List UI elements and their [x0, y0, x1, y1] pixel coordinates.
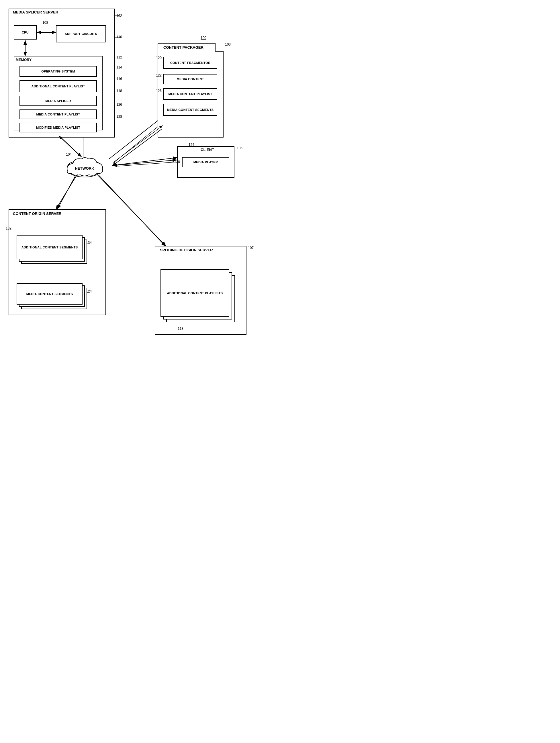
ref-120-cp: 120: [156, 56, 162, 60]
media-content-segments-cos-stack: MEDIA CONTENT SEGMENTS: [16, 283, 83, 309]
mmp-label: MODIFIED MEDIA PLAYLIST: [36, 126, 80, 129]
ref-130: 130: [174, 160, 180, 164]
mcs-cos-label: MEDIA CONTENT SEGMENTS: [26, 292, 73, 296]
client-label: CLIENT: [201, 147, 214, 152]
operating-system-box: OPERATING SYSTEM: [19, 66, 97, 77]
additional-content-segments-stack: ADDITIONAL CONTENT SEGMENTS: [16, 235, 83, 264]
media-content-segments-cp-box: MEDIA CONTENT SEGMENTS: [163, 104, 217, 116]
acs-label: ADDITIONAL CONTENT SEGMENTS: [21, 246, 78, 249]
mp-label: MEDIA PLAYER: [193, 161, 218, 164]
ref-112: 112: [116, 55, 122, 59]
acp-sds-label: ADDITIONAL CONTENT PLAYLISTS: [167, 292, 223, 295]
network-cloud: NETWORK: [63, 155, 106, 178]
cf-label: CONTENT FRAGMENTOR: [170, 61, 210, 64]
cos-label: CONTENT ORIGIN SERVER: [13, 212, 70, 216]
mcp-cp-label: MEDIA CONTENT PLAYLIST: [168, 92, 212, 96]
ref-103: 103: [225, 42, 231, 46]
modified-media-playlist-box: MODIFIED MEDIA PLAYLIST: [19, 123, 97, 132]
ref-126-cp: 126: [156, 89, 162, 93]
cpu-label: CPU: [22, 31, 29, 34]
ref-100: 100: [201, 36, 206, 40]
svg-text:NETWORK: NETWORK: [75, 166, 94, 171]
content-packager-fold: [215, 43, 223, 52]
ref-114: 114: [116, 65, 122, 69]
svg-line-38: [99, 175, 166, 247]
svg-line-8: [118, 158, 178, 165]
media-splicer-server-label: MEDIA SPLICER SERVER: [13, 10, 58, 14]
ref-104: 104: [66, 152, 72, 157]
mcp-mem-label: MEDIA CONTENT PLAYLIST: [36, 113, 80, 116]
acp-label: ADDITIONAL CONTENT PLAYLIST: [31, 85, 85, 88]
svg-line-11: [97, 175, 166, 247]
ref-126-mem: 126: [116, 102, 122, 106]
ref-116: 116: [116, 77, 122, 81]
content-packager-label: CONTENT PACKAGER: [163, 45, 204, 50]
svg-line-37: [56, 174, 77, 209]
os-label: OPERATING SYSTEM: [41, 70, 75, 73]
ms-label: MEDIA SPLICER: [45, 99, 71, 102]
media-player-box: MEDIA PLAYER: [182, 157, 229, 167]
additional-content-playlists-stack: ADDITIONAL CONTENT PLAYLISTS: [161, 269, 229, 324]
svg-line-10: [57, 175, 76, 209]
cpu-box: CPU: [14, 25, 37, 40]
content-fragmentor-box: CONTENT FRAGMENTOR: [163, 57, 217, 69]
ref-108: 108: [42, 20, 48, 25]
ref-102: 102: [116, 14, 122, 18]
ref-107: 107: [248, 246, 254, 250]
media-splicer-box: MEDIA SPLICER: [19, 96, 97, 106]
mcs-cp-label: MEDIA CONTENT SEGMENTS: [167, 108, 214, 112]
ref-122: 122: [156, 73, 162, 77]
ref-106: 106: [237, 146, 243, 150]
mc-cp-label: MEDIA CONTENT: [177, 77, 204, 81]
svg-line-35: [113, 126, 163, 163]
support-circuits-box: SUPPORT CIRCUITS: [56, 25, 106, 42]
sds-label: SPLICING DECISION SERVER: [160, 248, 217, 253]
ref-118-sds: 118: [178, 326, 183, 331]
svg-line-36: [112, 160, 177, 166]
svg-line-34: [112, 129, 162, 166]
ref-110: 110: [116, 35, 122, 39]
additional-content-playlist-box: ADDITIONAL CONTENT PLAYLIST: [19, 80, 97, 92]
ref-128: 128: [116, 115, 122, 119]
diagram: MEDIA SPLICER SERVER CPU SUPPORT CIRCUIT…: [0, 0, 280, 372]
media-content-playlist-cp-box: MEDIA CONTENT PLAYLIST: [163, 88, 217, 100]
memory-label: MEMORY: [16, 58, 32, 62]
ref-132: 132: [6, 226, 11, 230]
svg-line-33: [59, 136, 79, 155]
support-circuits-label: SUPPORT CIRCUITS: [65, 32, 97, 36]
ref-118-mem: 118: [116, 89, 122, 93]
media-content-playlist-mem-box: MEDIA CONTENT PLAYLIST: [19, 110, 97, 119]
svg-line-9: [118, 162, 178, 166]
media-content-cp-box: MEDIA CONTENT: [163, 74, 217, 84]
